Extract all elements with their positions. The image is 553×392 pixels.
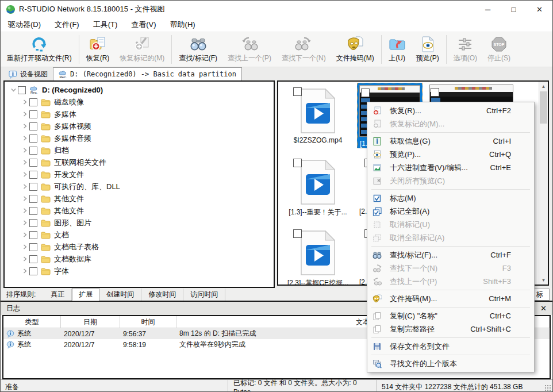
sort-tab-extensions[interactable]: 扩展	[72, 288, 99, 301]
checkbox[interactable]	[293, 159, 302, 167]
scrollbar-thumb[interactable]	[540, 91, 547, 124]
checkbox[interactable]	[29, 267, 37, 275]
menu-item-get-info[interactable]: 获取信息(G)Ctrl+I	[367, 134, 534, 148]
maximize-button[interactable]: □	[501, 1, 527, 18]
tree-item-other-files-2[interactable]: 其他文件	[5, 205, 274, 217]
scroll-up-icon[interactable]: ▲	[539, 82, 548, 91]
chevron-right-icon[interactable]	[22, 124, 28, 129]
checkbox[interactable]	[29, 243, 37, 251]
tree-item-documents[interactable]: 文档	[5, 229, 274, 241]
menubar-item-view[interactable]: 查看(V)	[124, 20, 163, 30]
chevron-right-icon[interactable]	[22, 99, 28, 105]
menu-item-preview[interactable]: 预览(P)...Ctrl+Q	[367, 148, 534, 161]
menubar-item-help[interactable]: 帮助(H)	[163, 20, 202, 30]
checkbox[interactable]	[29, 219, 37, 227]
tree-item-multimedia[interactable]: 多媒体	[5, 108, 274, 120]
close-button[interactable]: ✕	[527, 1, 552, 18]
file-item[interactable]: [2.3]--掌握CE挖掘...	[283, 226, 353, 285]
minimize-button[interactable]: ─	[475, 1, 501, 18]
tree-item-graphics-pictures[interactable]: 图形、图片	[5, 217, 274, 229]
reopen-drive-button[interactable]: 重新打开驱动文件(R)	[2, 33, 77, 66]
tree-item-multimedia-audio[interactable]: 多媒体音频	[5, 132, 274, 144]
menu-item-copy-full-path[interactable]: 复制完整路径Ctrl+Shift+C	[367, 322, 534, 336]
chevron-right-icon[interactable]	[22, 112, 28, 117]
tab-recognized-partition[interactable]: Rec. D: (Recognized0) -> Basic data part…	[53, 67, 242, 80]
tree-item-executables[interactable]: 可执行的、库、DLL	[5, 180, 274, 193]
tab-device-view[interactable]: 设备视图	[3, 68, 53, 80]
file-mask-button[interactable]: 文件掩码(M)	[331, 33, 379, 66]
tree-item-databases[interactable]: 文档数据库	[5, 253, 274, 265]
chevron-right-icon[interactable]	[22, 172, 28, 177]
menu-item-file-mask[interactable]: 文件掩码(M)...Ctrl+M	[367, 292, 534, 305]
checkbox[interactable]	[29, 255, 37, 263]
menu-item-find-mark[interactable]: 查找/标记(F)...Ctrl+F	[367, 248, 534, 262]
menu-item-previous-versions[interactable]: 寻找文件的上个版本	[367, 357, 534, 370]
sort-tab-modified-time[interactable]: 修改时间	[141, 289, 183, 301]
tree-item-disk-images[interactable]: 磁盘映像	[5, 96, 274, 108]
checkbox[interactable]	[293, 87, 302, 96]
log-col-type[interactable]: 类型	[3, 316, 61, 328]
menubar-item-drives[interactable]: 驱动器(D)	[1, 20, 48, 30]
chevron-down-icon[interactable]	[11, 87, 16, 93]
tree-item-fonts[interactable]: 字体	[5, 265, 274, 277]
tree-item-archives[interactable]: 归档	[5, 144, 274, 156]
close-icon[interactable]: ✕	[540, 304, 547, 313]
chevron-right-icon[interactable]	[22, 160, 28, 165]
menu-item-mark-all[interactable]: 标记全部(A)	[367, 205, 534, 218]
chevron-right-icon[interactable]	[22, 136, 28, 141]
menu-item-recover[interactable]: 恢复(R)...Ctrl+F2	[367, 104, 534, 117]
checkbox[interactable]	[29, 171, 37, 179]
checkbox[interactable]	[431, 88, 439, 97]
chevron-right-icon[interactable]	[22, 184, 28, 189]
menubar-item-tools[interactable]: 工具(T)	[86, 20, 125, 30]
menu-item-copy-name[interactable]: 复制(C) "名称"Ctrl+C	[367, 309, 534, 322]
checkbox[interactable]	[18, 86, 26, 94]
sort-tab-creation-time[interactable]: 创建时间	[99, 289, 141, 301]
tree-item-internet-files[interactable]: 互联网相关文件	[5, 156, 274, 168]
tree-root[interactable]: Rec. D: (Recognized0)	[5, 84, 274, 96]
recover-marked-button: 恢复标记的(M)	[114, 33, 170, 66]
tree-item-spreadsheets[interactable]: 文档电子表格	[5, 241, 274, 253]
checkbox[interactable]	[29, 122, 37, 130]
preview-button[interactable]: 预览(P)	[411, 33, 444, 66]
recover-button[interactable]: 恢复(R)	[81, 33, 115, 66]
find-mark-button[interactable]: 查找/标记(F)	[174, 33, 222, 66]
chevron-right-icon[interactable]	[22, 256, 28, 262]
menu-item-save-filenames[interactable]: 保存文件名到文件	[367, 340, 534, 353]
menubar-item-file[interactable]: 文件(F)	[48, 20, 86, 30]
checkbox[interactable]	[29, 110, 37, 118]
checkbox[interactable]	[29, 98, 37, 106]
checkbox[interactable]	[29, 183, 37, 191]
log-col-time[interactable]: 时间	[120, 316, 176, 328]
checkbox[interactable]	[293, 229, 302, 238]
tree-item-multimedia-video[interactable]: 多媒体视频	[5, 120, 274, 132]
chevron-right-icon[interactable]	[22, 232, 28, 237]
log-col-date[interactable]: 日期	[61, 316, 120, 328]
checkbox[interactable]	[29, 134, 37, 143]
vertical-scrollbar[interactable]: ▲ ▼	[539, 82, 548, 285]
chevron-right-icon[interactable]	[22, 220, 28, 225]
checkbox[interactable]	[29, 195, 37, 203]
chevron-right-icon[interactable]	[22, 208, 28, 213]
sort-tab-real[interactable]: 真正	[44, 289, 72, 301]
checkbox[interactable]	[29, 147, 37, 155]
previous-versions-icon	[372, 359, 382, 368]
file-item[interactable]: $I2ZSZOG.mp4	[283, 84, 353, 144]
scroll-down-icon[interactable]: ▼	[539, 275, 548, 285]
chevron-right-icon[interactable]	[22, 268, 28, 274]
checkbox[interactable]	[29, 207, 37, 215]
chevron-right-icon[interactable]	[22, 196, 28, 201]
menu-item-mark[interactable]: 标志(M)	[367, 191, 534, 205]
checkbox[interactable]	[29, 159, 37, 167]
menu-item-hex-view[interactable]: 十六进制查看(V)/编辑...Ctrl+E	[367, 161, 534, 174]
sort-tab-access-time[interactable]: 访问时间	[183, 289, 225, 301]
chevron-right-icon[interactable]	[22, 148, 28, 153]
resize-grip[interactable]	[544, 385, 551, 391]
tree-item-development[interactable]: 开发文件	[5, 168, 274, 180]
checkbox[interactable]	[29, 231, 37, 239]
tree-item-other-files-1[interactable]: 其他文件	[5, 193, 274, 205]
file-item[interactable]: [1.3]--重要！关于...	[283, 155, 353, 217]
chevron-right-icon[interactable]	[22, 244, 28, 249]
checkbox[interactable]	[361, 89, 370, 97]
up-folder-button[interactable]: 上(U)	[383, 33, 411, 66]
